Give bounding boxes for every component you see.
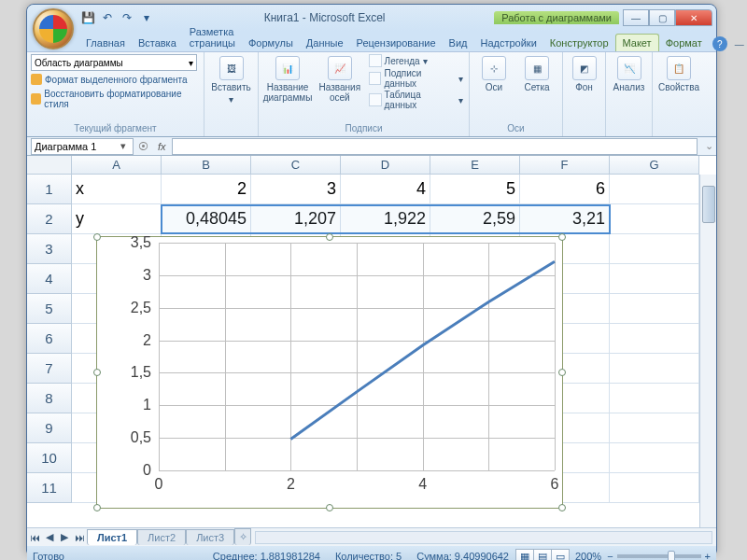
name-box-expand[interactable]: ⦿ xyxy=(134,141,152,152)
tab-nav-last[interactable]: ⏭ xyxy=(72,530,87,545)
zoom-level[interactable]: 200% xyxy=(575,551,601,560)
redo-icon[interactable]: ↷ xyxy=(119,9,135,26)
undo-icon[interactable]: ↶ xyxy=(99,9,116,26)
chart-title-button[interactable]: 📊Название диаграммы xyxy=(262,54,313,105)
new-sheet-button[interactable]: ✧ xyxy=(234,528,251,545)
sheet-tab-2[interactable]: Лист2 xyxy=(137,529,186,545)
axes-button[interactable]: ⊹Оси xyxy=(473,54,514,94)
reset-style-button[interactable]: Восстановить форматирование стиля xyxy=(31,88,200,110)
sheet-tab-1[interactable]: Лист1 xyxy=(87,529,137,545)
column-header[interactable]: D xyxy=(341,156,430,175)
row-header[interactable]: 3 xyxy=(27,234,72,264)
close-button[interactable]: ✕ xyxy=(675,9,712,26)
select-all-button[interactable] xyxy=(27,156,72,175)
view-normal-button[interactable]: ▦ xyxy=(515,549,534,560)
cell[interactable] xyxy=(610,175,699,204)
tab-home[interactable]: Главная xyxy=(79,35,132,51)
legend-button[interactable]: Легенда▾ xyxy=(367,54,465,67)
tab-addins[interactable]: Надстройки xyxy=(473,35,543,51)
embedded-chart[interactable]: 00,511,522,533,50246 xyxy=(96,236,563,509)
gridlines-button[interactable]: ▦Сетка xyxy=(516,54,557,94)
column-header[interactable]: B xyxy=(162,156,251,175)
cell[interactable]: 1,207 xyxy=(251,204,341,234)
column-header[interactable]: G xyxy=(610,156,699,175)
zoom-out-button[interactable]: − xyxy=(607,551,613,560)
row-header[interactable]: 11 xyxy=(27,473,72,503)
help-icon[interactable]: ? xyxy=(712,36,727,51)
zoom-in-button[interactable]: + xyxy=(705,551,711,560)
tab-review[interactable]: Рецензирование xyxy=(350,35,443,51)
fx-icon[interactable]: fx xyxy=(158,141,166,152)
row-header[interactable]: 9 xyxy=(27,413,72,443)
row-header[interactable]: 1 xyxy=(27,175,72,204)
column-header[interactable]: F xyxy=(520,156,610,175)
cell[interactable] xyxy=(610,264,699,294)
background-button[interactable]: ◩Фон xyxy=(567,54,601,94)
cell[interactable] xyxy=(610,413,699,443)
tab-data[interactable]: Данные xyxy=(300,35,350,51)
formula-input[interactable] xyxy=(172,138,698,155)
row-header[interactable]: 6 xyxy=(27,324,72,354)
row-header[interactable]: 10 xyxy=(27,443,72,473)
format-selection-button[interactable]: Формат выделенного фрагмента xyxy=(31,73,188,86)
tab-chart-format[interactable]: Формат xyxy=(659,35,709,51)
cell[interactable]: 1,922 xyxy=(341,204,430,234)
minimize-button[interactable]: — xyxy=(623,9,649,26)
row-header[interactable]: 2 xyxy=(27,204,72,234)
tab-nav-next[interactable]: ▶ xyxy=(57,530,72,545)
row-header[interactable]: 7 xyxy=(27,354,72,384)
cell[interactable] xyxy=(610,234,699,264)
tab-chart-layout[interactable]: Макет xyxy=(615,34,659,51)
view-page-layout-button[interactable]: ▤ xyxy=(533,549,552,560)
cell[interactable] xyxy=(610,473,699,503)
cell[interactable]: 3 xyxy=(251,175,341,204)
insert-button[interactable]: 🖼Вставить▾ xyxy=(208,54,254,106)
office-button[interactable] xyxy=(33,8,74,49)
view-page-break-button[interactable]: ▭ xyxy=(551,549,570,560)
tab-nav-prev[interactable]: ◀ xyxy=(42,530,57,545)
cell[interactable]: 4 xyxy=(341,175,430,204)
row-header[interactable]: 8 xyxy=(27,384,72,413)
save-icon[interactable]: 💾 xyxy=(79,9,96,26)
sheet-tab-3[interactable]: Лист3 xyxy=(186,529,234,545)
cell[interactable]: 6 xyxy=(520,175,610,204)
tab-nav-first[interactable]: ⏮ xyxy=(27,530,42,545)
cell[interactable]: 5 xyxy=(430,175,520,204)
cell[interactable]: y xyxy=(72,204,162,234)
zoom-slider-knob[interactable] xyxy=(668,551,675,560)
cell[interactable]: 3,21 xyxy=(520,204,610,234)
column-header[interactable]: A xyxy=(72,156,162,175)
qat-customize-icon[interactable]: ▾ xyxy=(138,9,155,26)
cell[interactable] xyxy=(610,204,699,234)
axis-titles-button[interactable]: 📈Названия осей xyxy=(315,54,365,105)
cell[interactable] xyxy=(610,384,699,413)
cell[interactable]: 2,59 xyxy=(430,204,520,234)
vertical-scrollbar[interactable] xyxy=(699,175,716,527)
chart-series-line[interactable] xyxy=(290,261,555,439)
column-header[interactable]: E xyxy=(430,156,520,175)
cell[interactable] xyxy=(610,354,699,384)
cell[interactable] xyxy=(610,294,699,324)
cell[interactable] xyxy=(610,443,699,473)
horizontal-scrollbar[interactable] xyxy=(255,531,712,544)
data-labels-button[interactable]: Подписи данных▾ xyxy=(367,68,465,89)
formula-bar-expand[interactable]: ⌄ xyxy=(701,140,716,152)
cell[interactable]: 2 xyxy=(162,175,251,204)
scrollbar-thumb[interactable] xyxy=(702,186,715,223)
mdi-minimize[interactable]: — xyxy=(733,37,746,50)
properties-button[interactable]: 📋Свойства xyxy=(656,54,701,94)
row-header[interactable]: 5 xyxy=(27,294,72,324)
tab-formulas[interactable]: Формулы xyxy=(242,35,300,51)
maximize-button[interactable]: ▢ xyxy=(649,9,675,26)
analysis-button[interactable]: 📉Анализ xyxy=(610,54,648,94)
chart-element-selector[interactable]: Область диаграммы▾ xyxy=(31,54,197,71)
tab-page-layout[interactable]: Разметка страницы xyxy=(183,23,242,51)
row-header[interactable]: 4 xyxy=(27,264,72,294)
cell[interactable]: 0,48045 xyxy=(162,204,251,234)
cell[interactable]: x xyxy=(72,175,162,204)
column-header[interactable]: C xyxy=(251,156,341,175)
name-box[interactable]: Диаграмма 1▾ xyxy=(31,138,134,155)
cell[interactable] xyxy=(610,324,699,354)
tab-insert[interactable]: Вставка xyxy=(132,35,183,51)
tab-view[interactable]: Вид xyxy=(443,35,474,51)
